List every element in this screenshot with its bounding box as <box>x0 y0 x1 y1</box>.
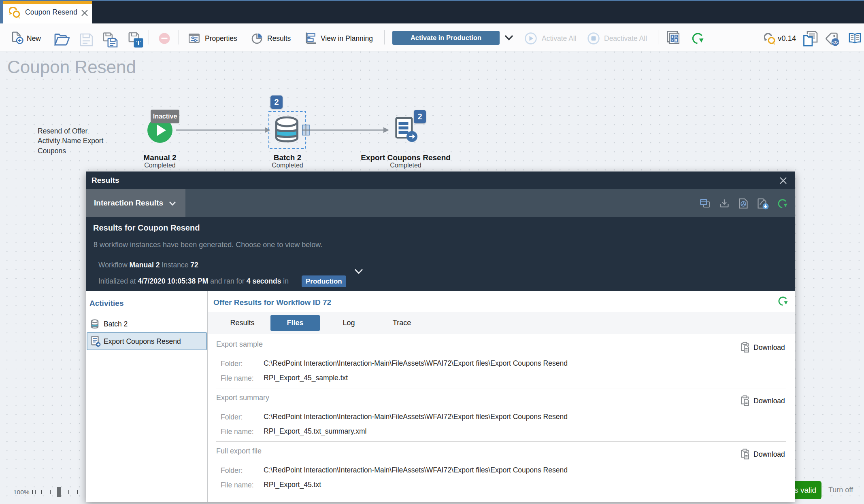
svg-text:T: T <box>136 39 141 47</box>
svg-text:</>: </> <box>832 40 838 45</box>
